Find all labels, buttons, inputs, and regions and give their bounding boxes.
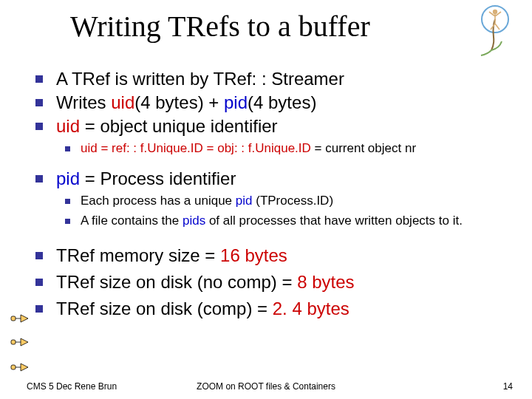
bullet-text: pid = Process identifier (56, 168, 236, 190)
footer-center: ZOOM on ROOT files & Containers (0, 381, 532, 392)
text-fragment: TRef size on disk (no comp) = (56, 272, 297, 292)
text-fragment-red: uid (111, 92, 134, 112)
bullet-level1: TRef memory size = 16 bytes (35, 245, 511, 267)
text-fragment: = object unique identifier (80, 116, 278, 136)
text-fragment: (4 bytes) (248, 92, 316, 112)
text-fragment-blue: pid (56, 168, 80, 188)
bullet-text: Each process has a unique pid (TProcess.… (81, 193, 333, 210)
pointing-hand-icon (10, 310, 30, 327)
bullet-text: uid = ref: : f.Unique.ID = obj: : f.Uniq… (81, 140, 416, 157)
bullet-marker (35, 99, 43, 106)
bullet-level1: Writes uid(4 bytes) + pid(4 bytes) (35, 92, 511, 114)
corner-logo (475, 4, 516, 56)
bullet-text: A TRef is written by TRef: : Streamer (56, 68, 344, 90)
bullet-marker (35, 123, 43, 130)
bullet-level1: A TRef is written by TRef: : Streamer (35, 68, 511, 90)
text-fragment: (TProcess.ID) (253, 194, 334, 208)
text-fragment-red: 8 bytes (297, 272, 354, 292)
slide-footer: CMS 5 Dec Rene Brun ZOOM on ROOT files &… (0, 378, 532, 392)
text-fragment: Writes (56, 92, 111, 112)
bullet-marker (35, 75, 43, 83)
text-fragment-red: uid (56, 116, 80, 136)
bottom-bullet-group: TRef memory size = 16 bytes TRef size on… (35, 245, 511, 320)
bullet-level1: uid = object unique identifier (35, 115, 511, 137)
footer-page-number: 14 (503, 381, 513, 392)
svg-rect-4 (11, 365, 16, 369)
pointing-hand-icon (10, 334, 30, 350)
bullet-marker (65, 219, 70, 224)
text-fragment: = Process identifier (80, 168, 236, 188)
text-fragment-blue: pids (183, 214, 205, 228)
bullet-text: uid = object unique identifier (56, 115, 278, 137)
bullet-text: TRef size on disk (no comp) = 8 bytes (56, 271, 355, 293)
text-fragment-red: 2. 4 bytes (273, 299, 349, 318)
bullet-text: TRef memory size = 16 bytes (56, 245, 287, 267)
bullet-level2: Each process has a unique pid (TProcess.… (65, 193, 511, 210)
text-fragment: TRef memory size = (56, 245, 220, 265)
bullet-level2: uid = ref: : f.Unique.ID = obj: : f.Uniq… (65, 140, 511, 157)
bullet-text: Writes uid(4 bytes) + pid(4 bytes) (56, 92, 316, 114)
svg-point-1 (493, 10, 497, 14)
bullet-level1: TRef size on disk (no comp) = 8 bytes (35, 271, 511, 293)
text-fragment: of all processes that have written objec… (205, 214, 463, 228)
text-fragment-blue: pid (236, 194, 253, 208)
bullet-marker (35, 175, 43, 183)
content-area: A TRef is written by TRef: : Streamer Wr… (35, 66, 511, 320)
bullet-marker (35, 252, 43, 259)
bullet-marker (65, 146, 70, 151)
svg-rect-3 (11, 340, 16, 344)
bullet-marker (35, 279, 43, 286)
text-fragment-blue: pid (224, 92, 248, 112)
bullet-marker (65, 199, 70, 204)
bullet-level2: A file contains the pids of all processe… (65, 213, 511, 230)
text-fragment-red: uid = ref: : f.Unique.ID = obj: : f.Uniq… (81, 141, 311, 155)
slide-title: Writing TRefs to a buffer (70, 9, 370, 44)
slide: Writing TRefs to a buffer A TRef is writ… (0, 0, 532, 399)
text-fragment: A file contains the (81, 214, 183, 228)
bullet-level1: pid = Process identifier (35, 168, 511, 190)
text-fragment: TRef size on disk (comp) = (56, 299, 273, 318)
text-fragment: (4 bytes) + (134, 92, 224, 112)
bullet-level1: TRef size on disk (comp) = 2. 4 bytes (35, 298, 511, 320)
text-fragment: = current object nr (311, 141, 416, 155)
text-fragment: Each process has a unique (81, 194, 236, 208)
svg-rect-2 (11, 316, 16, 321)
bullet-text: A file contains the pids of all processe… (81, 213, 463, 230)
bullet-text: TRef size on disk (comp) = 2. 4 bytes (56, 298, 349, 320)
pointing-hand-icon (10, 359, 30, 375)
bullet-marker (35, 305, 43, 313)
text-fragment-red: 16 bytes (220, 245, 287, 265)
